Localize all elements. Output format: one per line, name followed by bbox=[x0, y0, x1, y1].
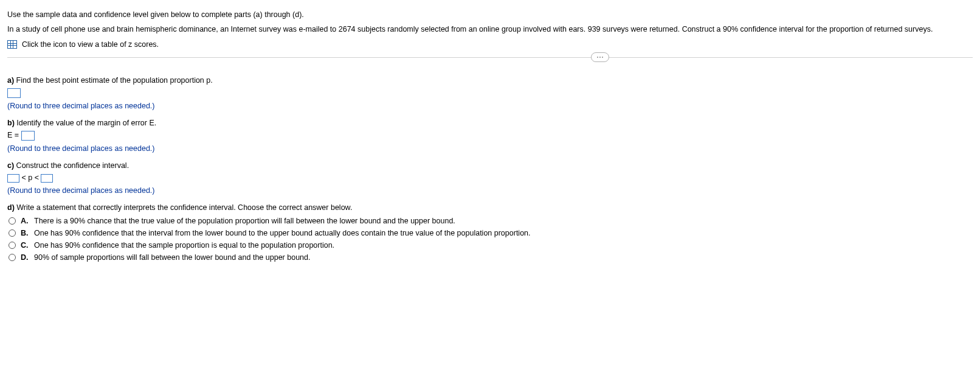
part-d-options: A. There is a 90% chance that the true v… bbox=[9, 217, 973, 262]
part-b-prefix: E = bbox=[7, 131, 21, 139]
part-b: b) Identify the value of the margin of e… bbox=[7, 119, 973, 153]
part-b-note: (Round to three decimal places as needed… bbox=[7, 144, 973, 153]
instructions-line-1: Use the sample data and confidence level… bbox=[7, 9, 973, 21]
part-c: c) Construct the confidence interval. < … bbox=[7, 161, 973, 195]
expand-pill[interactable] bbox=[591, 52, 609, 62]
part-d-text: Write a statement that correctly interpr… bbox=[15, 203, 353, 212]
divider-line bbox=[7, 57, 973, 58]
z-table-link-row[interactable]: Click the icon to view a table of z scor… bbox=[7, 40, 973, 49]
option-d-letter: D. bbox=[21, 253, 29, 262]
pill-dot bbox=[599, 57, 601, 58]
part-b-prompt: b) Identify the value of the margin of e… bbox=[7, 119, 973, 127]
radio-icon[interactable] bbox=[9, 242, 16, 249]
part-c-prompt: c) Construct the confidence interval. bbox=[7, 161, 973, 170]
part-a-text: Find the best point estimate of the popu… bbox=[14, 76, 213, 85]
part-a-prompt: a) Find the best point estimate of the p… bbox=[7, 76, 973, 85]
part-c-mid: < p < bbox=[19, 173, 41, 182]
option-d-text: 90% of sample proportions will fall betw… bbox=[34, 253, 310, 262]
part-a: a) Find the best point estimate of the p… bbox=[7, 76, 973, 110]
instructions-line-2: In a study of cell phone use and brain h… bbox=[7, 23, 973, 35]
part-c-note: (Round to three decimal places as needed… bbox=[7, 186, 973, 195]
question-page: Use the sample data and confidence level… bbox=[0, 0, 980, 271]
option-a-text: There is a 90% chance that the true valu… bbox=[34, 217, 455, 225]
part-d-label: d) bbox=[7, 203, 15, 212]
option-c-text: One has 90% confidence that the sample p… bbox=[34, 241, 334, 250]
section-divider bbox=[7, 57, 973, 58]
z-table-link-text[interactable]: Click the icon to view a table of z scor… bbox=[22, 40, 159, 49]
table-icon[interactable] bbox=[7, 40, 17, 49]
option-a-letter: A. bbox=[21, 217, 29, 225]
part-d-prompt: d) Write a statement that correctly inte… bbox=[7, 203, 973, 212]
part-b-input-row: E = bbox=[7, 131, 973, 141]
part-a-note: (Round to three decimal places as needed… bbox=[7, 102, 973, 110]
option-b-letter: B. bbox=[21, 229, 29, 237]
part-b-text: Identify the value of the margin of erro… bbox=[15, 119, 156, 127]
pill-dot bbox=[602, 57, 603, 58]
option-d-row[interactable]: D. 90% of sample proportions will fall b… bbox=[9, 253, 973, 262]
part-c-lower-input[interactable] bbox=[7, 174, 19, 183]
part-a-label: a) bbox=[7, 76, 14, 85]
part-c-upper-input[interactable] bbox=[41, 174, 53, 183]
part-c-text: Construct the confidence interval. bbox=[14, 161, 129, 170]
part-c-label: c) bbox=[7, 161, 14, 170]
option-c-row[interactable]: C. One has 90% confidence that the sampl… bbox=[9, 241, 973, 250]
part-a-input-row bbox=[7, 88, 973, 98]
part-c-input-row: < p < bbox=[7, 173, 973, 183]
option-b-text: One has 90% confidence that the interval… bbox=[34, 229, 531, 237]
part-d: d) Write a statement that correctly inte… bbox=[7, 203, 973, 262]
part-b-input[interactable] bbox=[21, 131, 35, 141]
radio-icon[interactable] bbox=[9, 254, 16, 261]
option-b-row[interactable]: B. One has 90% confidence that the inter… bbox=[9, 229, 973, 237]
radio-icon[interactable] bbox=[9, 229, 16, 237]
pill-dot bbox=[597, 57, 598, 58]
option-c-letter: C. bbox=[21, 241, 29, 250]
part-b-label: b) bbox=[7, 119, 15, 127]
part-a-input[interactable] bbox=[7, 88, 21, 98]
option-a-row[interactable]: A. There is a 90% chance that the true v… bbox=[9, 217, 973, 225]
radio-icon[interactable] bbox=[9, 217, 16, 225]
